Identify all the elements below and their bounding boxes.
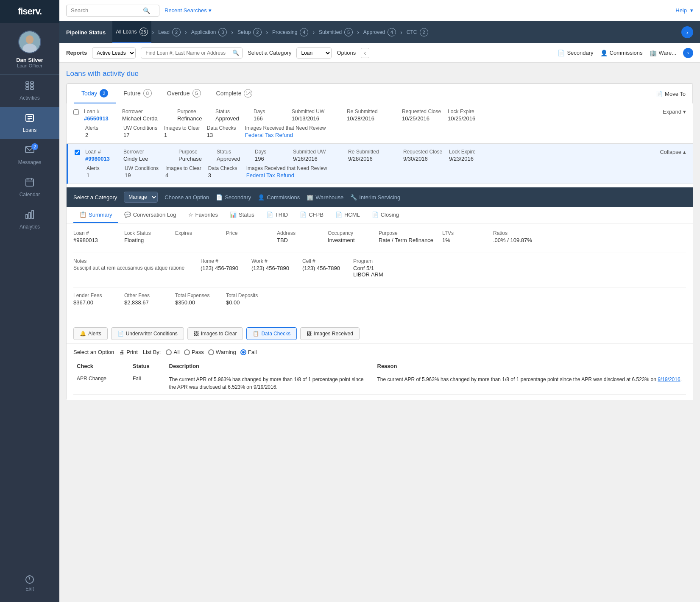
pipeline-next-btn[interactable]: › <box>681 26 693 38</box>
tab-status[interactable]: 📊 Status <box>224 207 260 223</box>
bot-tab-alerts[interactable]: 🔔 Alerts <box>73 327 108 340</box>
bottom-tabs: 🔔 Alerts 📄 Underwriter Conditions 🖼 Imag… <box>67 322 693 343</box>
help-btn[interactable]: Help ▾ <box>675 7 693 14</box>
tab-hcml[interactable]: 📄 HCML <box>329 207 366 223</box>
collapse-btn-2[interactable]: Collapse ▴ <box>660 149 686 155</box>
loan-checkbox-2[interactable] <box>75 150 80 155</box>
svg-rect-4 <box>31 82 33 84</box>
pipeline-tab-approved[interactable]: Approved 4 <box>360 21 399 43</box>
options-btn[interactable]: Options <box>337 50 356 56</box>
sidebar-exit[interactable]: Exit <box>0 569 59 598</box>
dc-select-option-label: Select an Option <box>73 349 114 355</box>
radio-pass-circle <box>184 349 190 355</box>
expand-btn-1[interactable]: Expand ▾ <box>663 109 686 115</box>
sidebar-item-messages[interactable]: 2 Messages <box>0 139 59 171</box>
warehouse-btn[interactable]: 🏢 Ware... <box>650 50 676 56</box>
pipeline-tab-application[interactable]: Application 3 <box>188 21 231 43</box>
summary-row-2: Notes Suscipit aut at rem accusamus quis… <box>73 258 686 281</box>
reports-select[interactable]: Active Leads All Loans Submitted <box>92 47 136 59</box>
sum-total-expenses: Total Expenses $350.00 <box>175 293 226 306</box>
sum-address: Address TBD <box>277 230 328 243</box>
secondary-icon: 📄 <box>558 50 565 56</box>
help-label: Help <box>675 7 687 14</box>
pipeline-tab-setup[interactable]: Setup 2 <box>234 21 265 43</box>
sum-price: Price <box>226 230 277 243</box>
category-select[interactable]: Loan Borrower <box>296 47 332 59</box>
sidebar-item-activities[interactable]: Activities <box>0 75 59 107</box>
sidebar-item-calendar[interactable]: Calendar <box>0 171 59 203</box>
arrow-icon: › <box>230 29 234 36</box>
tab-summary[interactable]: 📋 Summary <box>73 207 118 223</box>
radio-all-circle <box>166 349 172 355</box>
recent-searches-btn[interactable]: Recent Searches ▾ <box>165 7 212 14</box>
loans-icon <box>25 113 35 125</box>
dark-warehouse-btn[interactable]: 🏢 Warehouse <box>307 194 343 201</box>
category-label: Select a Category <box>248 50 291 56</box>
resub-col-1: Re Submitted 10/28/2016 <box>347 109 402 122</box>
moveto-btn[interactable]: 📄 Move To <box>656 91 686 97</box>
data-checks-col-1: Data Checks 13 <box>207 125 245 138</box>
dc-radio-fail[interactable]: Fail <box>240 349 257 355</box>
tab-overdue[interactable]: Overdue 5 <box>159 84 209 103</box>
bot-tab-uw-conditions[interactable]: 📄 Underwriter Conditions <box>111 327 184 340</box>
dark-secondary-btn[interactable]: 📄 Secondary <box>216 194 251 201</box>
pipeline-tab-processing[interactable]: Processing 4 <box>269 21 312 43</box>
pipeline-tab-all[interactable]: All Loans 25 <box>112 21 151 43</box>
tab-closing[interactable]: 📄 Closing <box>366 207 405 223</box>
svg-rect-3 <box>26 82 29 84</box>
avatar-svg <box>19 31 40 53</box>
exit-icon <box>25 574 35 586</box>
tab-convlog[interactable]: 💬 Conversation Log <box>118 207 182 223</box>
dark-interim-icon: 🔧 <box>350 194 357 201</box>
secondary-btn[interactable]: 📄 Secondary <box>558 50 593 56</box>
sum-cell: Cell # (123) 456-7890 <box>302 258 353 278</box>
dc-options-row: Select an Option 🖨 Print List By: All <box>73 349 686 355</box>
dc-reason-link[interactable]: 9/19/2016 <box>658 376 680 382</box>
borrower-col-2: Borrower Cindy Lee <box>123 149 178 162</box>
tab-trid[interactable]: 📄 TRID <box>260 207 294 223</box>
sub-uw-col-1: Submitted UW 10/13/2016 <box>292 109 347 122</box>
sidebar-item-loans[interactable]: Loans <box>0 107 59 139</box>
sidebar-item-analytics[interactable]: Analytics <box>0 203 59 236</box>
search-box[interactable]: 🔍 <box>66 5 159 17</box>
tab-future[interactable]: Future 8 <box>116 84 159 103</box>
dark-commissions-btn[interactable]: 👤 Commissions <box>258 194 300 201</box>
loan-checkbox-1[interactable] <box>73 109 79 115</box>
user-role: Loan Officer <box>17 63 42 68</box>
dc-radio-all[interactable]: All <box>166 349 179 355</box>
tab-cfpb[interactable]: 📄 CFPB <box>294 207 329 223</box>
loan-alerts-row-1: Alerts 2 UW Conditions 17 Images to Clea… <box>85 125 686 138</box>
status-col-1: Status Approved <box>215 109 254 122</box>
pipeline-tab-ctc[interactable]: CTC 2 <box>403 21 432 43</box>
reports-next-btn[interactable]: › <box>683 48 693 58</box>
svg-rect-18 <box>26 215 28 218</box>
tab-favorites[interactable]: ☆ Favorites <box>182 207 224 223</box>
pipeline-tab-submitted[interactable]: Submitted 5 <box>315 21 356 43</box>
pipeline-label: Pipeline Status <box>66 29 106 36</box>
sum-lender-fees: Lender Fees $367.00 <box>73 293 124 306</box>
bell-icon: 🔔 <box>80 331 86 337</box>
commissions-btn[interactable]: 👤 Commissions <box>600 50 643 56</box>
arrow-icon: › <box>399 29 403 36</box>
bot-tab-images-received[interactable]: 🖼 Images Received <box>300 327 360 340</box>
tab-complete[interactable]: Complete 14 <box>209 84 260 103</box>
dark-category-select[interactable]: Manage Option 2 <box>124 192 158 203</box>
find-input[interactable] <box>141 47 243 59</box>
hcml-icon: 📄 <box>335 212 342 218</box>
days-col-2: Days 196 <box>255 149 293 162</box>
svg-rect-20 <box>32 211 33 218</box>
search-input[interactable] <box>71 7 143 14</box>
reports-prev-btn[interactable]: ‹ <box>361 48 369 58</box>
sum-purpose: Purpose Rate / Term Refinance <box>379 230 442 243</box>
bot-tab-data-checks[interactable]: 📋 Data Checks <box>246 327 297 340</box>
choose-option-label[interactable]: Choose an Option <box>165 194 209 201</box>
bot-tab-images-clear[interactable]: 🖼 Images to Clear <box>187 327 243 340</box>
dark-interim-btn[interactable]: 🔧 Interim Servicing <box>350 194 400 201</box>
tab-today[interactable]: Today 2 <box>74 84 116 103</box>
dc-radio-pass[interactable]: Pass <box>184 349 204 355</box>
dc-radio-warning[interactable]: Warning <box>208 349 236 355</box>
pipeline-tab-lead[interactable]: Lead 2 <box>155 21 184 43</box>
sum-total-deposits: Total Deposits $0.00 <box>226 293 277 306</box>
dc-print-btn[interactable]: 🖨 Print <box>119 349 138 355</box>
chevron-down-icon: ▾ <box>209 7 212 14</box>
